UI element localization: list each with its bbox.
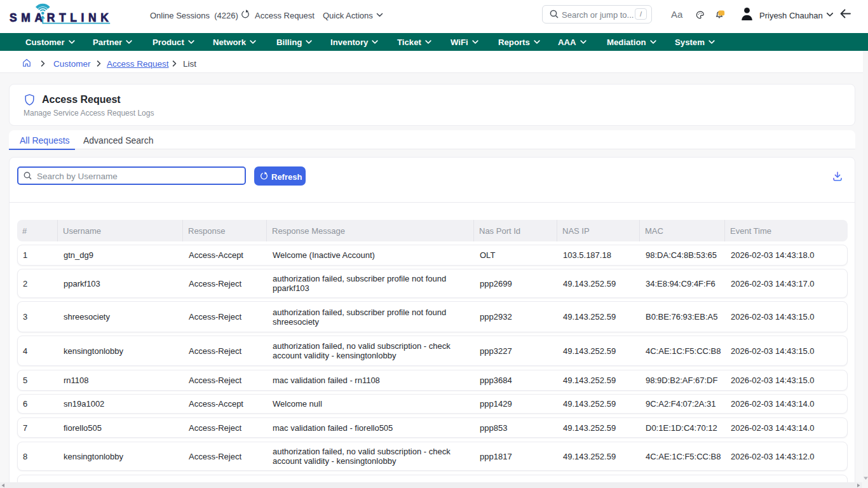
svg-text:SMARTLINK: SMARTLINK (10, 11, 112, 24)
